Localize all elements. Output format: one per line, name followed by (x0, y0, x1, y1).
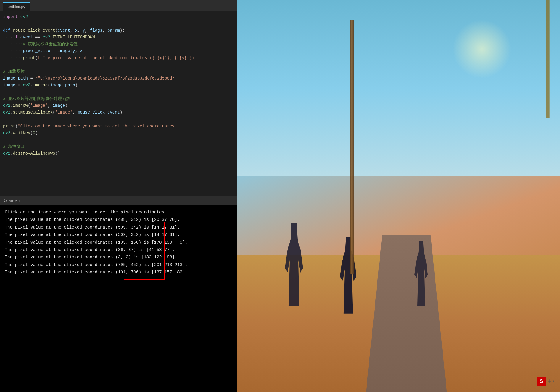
code-line-blank1 (0, 20, 237, 27)
left-panel: untitled.py import cv2 def mouse_click_e… (0, 0, 237, 392)
output-line-1: The pixel value at the clicked coordinat… (5, 216, 232, 223)
sun-glow (452, 20, 511, 79)
code-line-def: def mouse_click_event(event, x, y, flags… (0, 27, 237, 34)
code-line-print1: ········print(f"The pixel value at the c… (0, 55, 237, 61)
csdn-watermark: S 中 • (537, 377, 554, 386)
active-tab[interactable]: untitled.py (3, 2, 30, 11)
code-line-pixel-value: ········pixel_value = image[y, x] (0, 48, 237, 54)
tab-label: untitled.py (8, 4, 25, 9)
code-line-blank5 (0, 137, 237, 143)
pole (350, 20, 354, 274)
output-line-5: The pixel value at the clicked coordinat… (5, 246, 232, 254)
code-line-blank3 (0, 89, 237, 95)
csdn-logo: S (537, 377, 546, 386)
palm-tree (536, 0, 560, 118)
output-line-0: Click on the image where you want to get… (5, 209, 232, 216)
code-line-print2: print("Click on the image where you want… (0, 123, 237, 130)
tab-bar: untitled.py (0, 0, 237, 11)
code-line-blank2 (0, 61, 237, 68)
output-line-3: The pixel value at the clicked coordinat… (5, 231, 232, 239)
code-line-comment4: # 释放窗口 (0, 143, 237, 150)
code-line-import: import cv2 (0, 14, 237, 20)
code-line-destroy: cv2.destroyAllWindows() (0, 150, 237, 157)
code-line-if: ····if event == cv2.EVENT_LBUTTONDOWN: (0, 34, 237, 41)
code-line-blank4 (0, 116, 237, 123)
status-time: 5m 5.1s (9, 199, 22, 203)
code-line-comment3: # 显示图片并注册鼠标事件处理函数 (0, 95, 237, 102)
output-line-2: The pixel value at the clicked coordinat… (5, 224, 232, 231)
code-line-setmousecallback: cv2.setMouseCallback('Image', mouse_clic… (0, 109, 237, 116)
output-line-6: The pixel value at the clicked coordinat… (5, 254, 232, 261)
right-panel: S 中 • (237, 0, 560, 392)
code-line-comment2: # 加载图片 (0, 68, 237, 75)
output-line-8: The pixel value at the clicked coordinat… (5, 269, 232, 276)
code-line-comment1: ········# 获取鼠标点击位置的像素值 (0, 41, 237, 48)
code-line-imshow: cv2.imshow('Image', image) (0, 102, 237, 109)
output-area: Click on the image where you want to get… (0, 205, 237, 392)
sky-layer (237, 0, 560, 176)
code-line-waitkey: cv2.waitKey(0) (0, 130, 237, 137)
status-bar: ↻ 5m 5.1s (0, 196, 237, 205)
status-icon: ↻ (4, 198, 7, 203)
output-line-4: The pixel value at the clicked coordinat… (5, 239, 232, 246)
code-line-imread: image = cv2.imread(image_path) (0, 82, 237, 89)
code-line-image-path: image_path = r"C:\Users\loong\Downloads\… (0, 75, 237, 82)
code-editor[interactable]: import cv2 def mouse_click_event(event, … (0, 11, 237, 196)
watermark-text: 中 • (548, 379, 554, 384)
output-line-7: The pixel value at the clicked coordinat… (5, 261, 232, 269)
